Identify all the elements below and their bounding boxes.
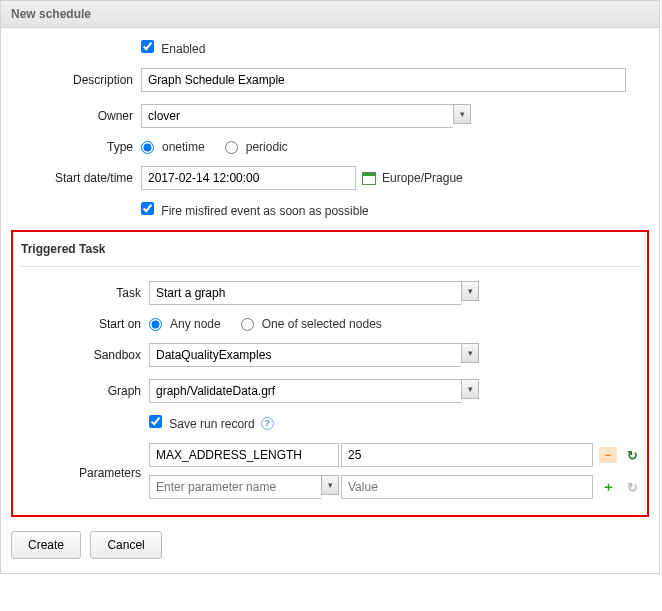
- save-run-checkbox-label[interactable]: Save run record: [149, 415, 255, 431]
- new-param-value-input[interactable]: [341, 475, 593, 499]
- enabled-label-text: Enabled: [161, 42, 205, 56]
- chevron-down-icon[interactable]: ▾: [461, 281, 479, 301]
- cancel-button[interactable]: Cancel: [90, 531, 161, 559]
- starton-any-radio[interactable]: Any node: [149, 317, 221, 331]
- param-name-input[interactable]: [149, 443, 339, 467]
- type-onetime-radio[interactable]: onetime: [141, 140, 205, 154]
- caret-down-icon[interactable]: ▾: [461, 379, 479, 399]
- graph-select[interactable]: ▾: [149, 379, 479, 403]
- owner-label: Owner: [11, 109, 141, 123]
- type-label: Type: [11, 140, 141, 154]
- new-param-name[interactable]: ▾: [149, 475, 339, 499]
- new-param-name-input[interactable]: [149, 475, 321, 499]
- refresh-icon[interactable]: ↻: [623, 447, 641, 463]
- schedule-panel: New schedule Enabled Description Owner: [0, 0, 660, 574]
- chevron-down-icon[interactable]: ▾: [461, 343, 479, 363]
- owner-value[interactable]: [141, 104, 453, 128]
- owner-select[interactable]: ▾: [141, 104, 471, 128]
- refresh-disabled-icon: ↻: [623, 479, 641, 495]
- enabled-checkbox[interactable]: [141, 40, 154, 53]
- sandbox-select[interactable]: ▾: [149, 343, 479, 367]
- calendar-icon[interactable]: [362, 172, 376, 185]
- task-value[interactable]: [149, 281, 461, 305]
- starton-one-radio[interactable]: One of selected nodes: [241, 317, 382, 331]
- description-label: Description: [11, 73, 141, 87]
- startdt-label: Start date/time: [11, 171, 141, 185]
- fire-misfired-checkbox[interactable]: [141, 202, 154, 215]
- enabled-checkbox-label[interactable]: Enabled: [141, 40, 205, 56]
- sandbox-value[interactable]: [149, 343, 461, 367]
- sandbox-label: Sandbox: [19, 348, 149, 362]
- parameters-label: Parameters: [19, 466, 149, 480]
- task-label: Task: [19, 286, 149, 300]
- type-periodic-radio[interactable]: periodic: [225, 140, 288, 154]
- panel-title: New schedule: [1, 1, 659, 28]
- parameter-row-new: ▾ ＋ ↻: [149, 475, 641, 499]
- triggered-task-section: Triggered Task Task ▾ Start on Any node …: [11, 230, 649, 517]
- caret-down-icon[interactable]: ▾: [321, 475, 339, 495]
- starton-label: Start on: [19, 317, 149, 331]
- fire-misfired-checkbox-label[interactable]: Fire misfired event as soon as possible: [141, 202, 369, 218]
- graph-value[interactable]: [149, 379, 461, 403]
- timezone-text: Europe/Prague: [382, 171, 463, 185]
- add-icon[interactable]: ＋: [599, 479, 617, 495]
- create-button[interactable]: Create: [11, 531, 81, 559]
- task-select[interactable]: ▾: [149, 281, 479, 305]
- save-run-checkbox[interactable]: [149, 415, 162, 428]
- chevron-down-icon[interactable]: ▾: [453, 104, 471, 124]
- startdt-input[interactable]: [141, 166, 356, 190]
- button-bar: Create Cancel: [11, 531, 649, 559]
- remove-icon[interactable]: −: [599, 447, 617, 463]
- graph-label: Graph: [19, 384, 149, 398]
- parameter-row: − ↻: [149, 443, 641, 467]
- triggered-task-title: Triggered Task: [19, 238, 641, 267]
- description-input[interactable]: [141, 68, 626, 92]
- param-value-input[interactable]: [341, 443, 593, 467]
- help-icon[interactable]: ?: [261, 417, 274, 430]
